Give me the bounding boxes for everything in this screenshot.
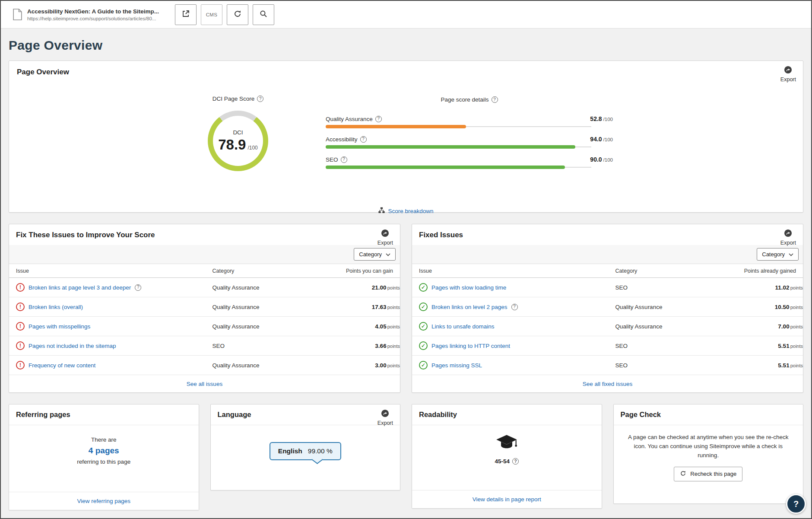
score-bar-fill [326,166,565,169]
page-action-toolbar: CMS [175,4,274,25]
overview-card-title: Page Overview [9,61,803,76]
help-info-icon[interactable]: ? [375,116,382,122]
chevron-down-icon [386,251,390,258]
issue-link[interactable]: Pages with slow loading time [431,284,506,291]
see-all-fixed-issues-link[interactable]: See all fixed issues [583,381,633,387]
inspect-page-button[interactable] [253,4,274,25]
help-info-icon[interactable]: ? [492,96,498,103]
column-header-issue: Issue [9,264,213,278]
issue-link[interactable]: Pages with misspellings [29,323,90,330]
page-score-details-block: Page score details ? Quality Assurance ?… [326,96,613,176]
fix-issues-export-button[interactable]: Export [377,229,393,246]
cms-label: CMS [206,12,217,17]
referring-pages-card: Referring pages There are 4 pages referr… [9,404,199,510]
issue-link[interactable]: Pages not included in the sitemap [29,343,116,349]
help-info-icon[interactable]: ? [341,156,347,163]
open-page-button[interactable] [175,4,197,25]
readability-score: 45-54 [495,458,510,465]
graduation-cap-icon [495,447,518,454]
issue-points: 21.00points [318,278,400,297]
issue-link[interactable]: Broken links on level 2 pages [431,304,508,310]
readability-card: Readability 45-54 ? View details in page… [412,404,602,509]
error-icon: ! [16,322,25,331]
issue-category: SEO [213,336,318,356]
view-page-report-link[interactable]: View details in page report [473,496,541,503]
dci-score-label: DCI Page Score [213,96,255,102]
current-page-title: Accessibility NextGen: A Guide to the Si… [27,8,164,15]
issue-points: 7.00points [721,317,803,336]
issue-link[interactable]: Links to unsafe domains [431,323,495,330]
help-info-icon[interactable]: ? [257,96,263,102]
issue-category: Quality Assurance [213,297,318,317]
export-icon [784,229,792,239]
language-export-button[interactable]: Export [377,409,393,426]
page-overview-card: Page Overview Export DCI Page Score ? DC… [9,60,803,213]
table-row: ✓ Pages missing SSL SEO 5.51points [412,356,803,375]
help-button[interactable]: ? [786,494,806,514]
issue-link[interactable]: Broken links at page level 3 and deeper [29,284,131,291]
check-icon: ✓ [419,283,428,292]
language-card: Language Export English 99.00 % [210,404,401,490]
help-info-icon[interactable]: ? [360,136,367,143]
bar-denominator: /100 [603,117,613,122]
score-bar-track [326,166,591,169]
refresh-icon [233,10,242,19]
column-header-points: Points already gained [721,264,803,278]
recheck-page-button[interactable] [227,4,248,25]
issue-link[interactable]: Frequency of new content [29,362,95,369]
table-row: ✓ Broken links on level 2 pages ? Qualit… [412,297,803,317]
issue-points: 3.66points [318,336,400,356]
screen: Accessibility NextGen: A Guide to the Si… [0,0,812,519]
export-label: Export [377,240,393,246]
score-bar-quality-assurance: Quality Assurance ? 52.8/100 [326,115,613,128]
fixed-issues-export-button[interactable]: Export [780,229,796,246]
export-icon [381,409,389,419]
issue-link[interactable]: Broken links (overall) [29,304,83,310]
bar-label: SEO [326,156,338,163]
referring-prefix: There are [91,436,117,443]
bar-value: 94.0 [590,136,602,143]
table-row: ✓ Pages with slow loading time SEO 11.02… [412,278,803,297]
recheck-this-page-button[interactable]: Recheck this page [674,467,742,481]
page-title: Page Overview [9,38,803,53]
error-icon: ! [16,283,25,292]
issue-points: 5.51points [721,356,803,375]
table-row: ✓ Pages linking to HTTP content SEO 5.51… [412,336,803,356]
browser-toolbar: Accessibility NextGen: A Guide to the Si… [1,1,811,29]
fixed-issues-category-filter[interactable]: Category [757,248,799,261]
export-label: Export [377,420,393,426]
export-icon [784,66,792,75]
issue-points: 3.00points [318,356,400,375]
search-icon [259,10,268,19]
help-info-icon[interactable]: ? [511,304,518,310]
issue-category: Quality Assurance [213,317,318,336]
dci-score-block: DCI Page Score ? DCI 78.9 /100 [186,96,290,171]
dci-donut: DCI 78.9 /100 [208,111,268,171]
referring-suffix: referring to this page [77,459,130,465]
issue-link[interactable]: Pages linking to HTTP content [431,343,510,349]
dci-score-denominator: /100 [247,145,257,151]
fix-issues-category-filter[interactable]: Category [354,248,396,261]
score-bar-fill [326,145,575,149]
cms-button[interactable]: CMS [201,4,222,25]
issue-link[interactable]: Pages missing SSL [431,362,482,369]
help-info-icon[interactable]: ? [135,284,141,291]
page-check-card: Page Check A page can be checked at anyt… [613,404,804,504]
view-referring-pages-link[interactable]: View referring pages [77,498,130,504]
referring-count-link[interactable]: 4 pages [9,446,199,455]
help-info-icon[interactable]: ? [512,458,519,465]
error-icon: ! [16,341,25,350]
document-icon [13,9,22,20]
table-row: ! Broken links (overall) Quality Assuran… [9,297,400,317]
see-all-issues-link[interactable]: See all issues [187,381,222,387]
bar-value: 90.0 [590,156,602,163]
column-header-points: Points you can gain [318,264,400,278]
issue-category: SEO [615,336,721,356]
score-breakdown-link[interactable]: Score breakdown [388,208,433,214]
language-title: Language [211,404,400,425]
fix-issues-table: Issue Category Points you can gain ! Bro… [9,264,400,375]
issue-category: SEO [615,278,721,297]
bar-label: Quality Assurance [326,116,373,122]
score-bar-fill [326,125,466,128]
table-row: ! Broken links at page level 3 and deepe… [9,278,400,297]
